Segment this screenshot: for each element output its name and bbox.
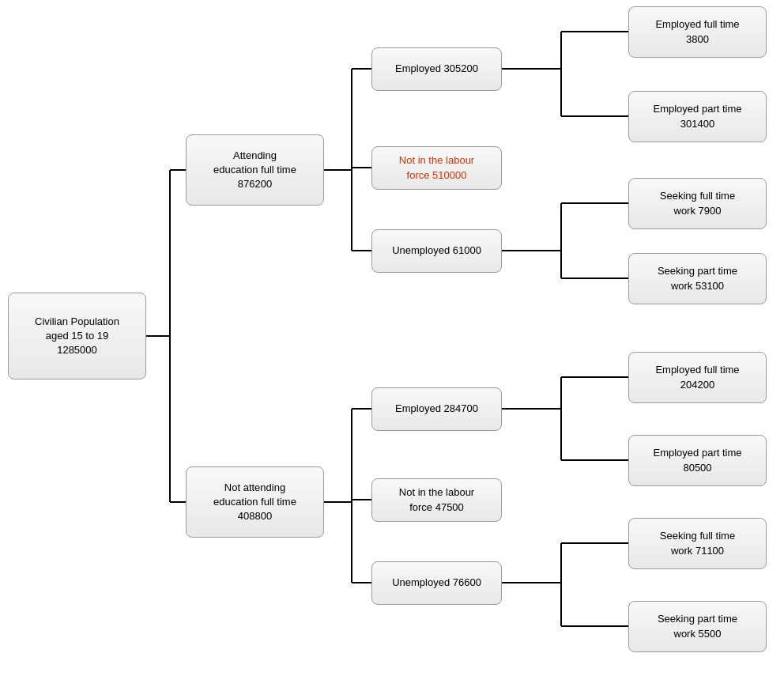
- node-eft-3800: Employed full time 3800: [628, 6, 767, 58]
- node-attending: Attending education full time 876200: [186, 134, 324, 206]
- node-ept-301400: Employed part time 301400: [628, 91, 767, 142]
- node-sft-71100: Seeking full time work 71100: [628, 518, 767, 569]
- node-employed-305: Employed 305200: [371, 47, 502, 91]
- node-root: Civilian Population aged 15 to 19 128500…: [8, 293, 146, 379]
- node-spt-53100: Seeking part time work 53100: [628, 253, 767, 304]
- diagram: Civilian Population aged 15 to 19 128500…: [0, 0, 784, 691]
- node-nilf-475: Not in the labour force 47500: [371, 478, 502, 522]
- node-unemployed-76: Unemployed 76600: [371, 561, 502, 605]
- node-eft-204200: Employed full time 204200: [628, 352, 767, 403]
- node-spt-5500: Seeking part time work 5500: [628, 601, 767, 652]
- node-sft-7900: Seeking full time work 7900: [628, 178, 767, 229]
- node-employed-284: Employed 284700: [371, 387, 502, 431]
- node-ept-80500: Employed part time 80500: [628, 435, 767, 486]
- node-unemployed-61: Unemployed 61000: [371, 229, 502, 273]
- node-not-attending: Not attending education full time 408800: [186, 466, 324, 538]
- node-nilf-510: Not in the labour force 510000: [371, 146, 502, 190]
